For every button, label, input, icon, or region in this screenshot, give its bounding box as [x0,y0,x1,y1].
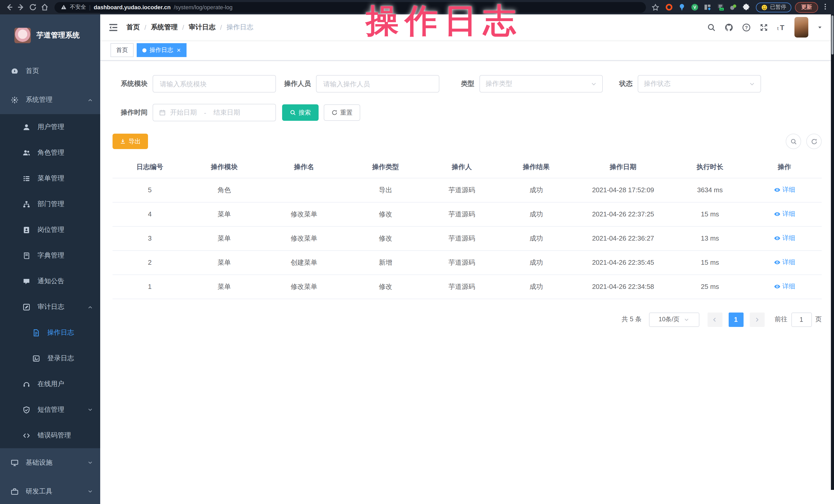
green-v-extension-icon[interactable]: V [690,3,699,11]
grid-extension-icon[interactable] [703,3,711,11]
app-frame: 芋道管理系统 首页系统管理用户管理角色管理菜单管理部门管理岗位管理字典管理通知公… [0,15,834,504]
paused-label: 已暂停 [770,4,786,11]
fullscreen-icon[interactable] [760,23,768,31]
chevron-up-icon [87,304,93,310]
code-icon [23,432,30,439]
back-icon[interactable] [5,3,13,11]
message-icon [23,277,30,285]
home-icon[interactable] [41,3,49,11]
goto-page: 前往 页 [775,312,822,327]
status-label: 状态 [618,79,633,88]
module-input[interactable] [153,75,276,92]
page-content: 系统模块 操作人员 类型 操作类型 状态 [100,61,834,504]
sidebar-item-post-management[interactable]: 岗位管理 [0,217,100,243]
help-icon[interactable]: ? [742,23,751,31]
operate-log-table: 日志编号 操作模块 操作名 操作类型 操作人 操作结果 操作日期 执行时长 操作… [112,156,822,299]
security-warning-icon [61,4,67,10]
update-button[interactable]: 更新 [795,2,818,13]
type-select[interactable]: 操作类型 [479,75,603,92]
breadcrumb-audit-log[interactable]: 审计日志 [189,23,216,32]
reload-icon[interactable] [29,3,37,11]
sidebar-item-login-log[interactable]: 登录日志 [0,346,100,371]
search-button[interactable]: 搜索 [282,104,319,121]
detail-link[interactable]: 详细 [774,234,795,242]
breadcrumb: 首页 / 系统管理 / 审计日志 / 操作日志 [126,23,253,32]
breadcrumb-home[interactable]: 首页 [126,23,140,32]
start-date-placeholder: 开始日期 [170,108,197,117]
table-row: 5角色导出芋道源码成功2021-04-28 17:52:093634 ms详细 [112,178,822,202]
sidebar-item-infrastructure[interactable]: 基础设施 [0,448,100,477]
switch-on-extension-icon[interactable]: on [716,3,724,11]
date-range-picker[interactable]: 开始日期 - 结束日期 [153,104,276,121]
forward-icon[interactable] [17,3,25,11]
next-page-button[interactable] [749,312,764,327]
sidebar-item-system-management[interactable]: 系统管理 [0,85,100,114]
tab-home[interactable]: 首页 [110,43,134,57]
caret-down-icon[interactable] [817,24,823,30]
detail-link[interactable]: 详细 [774,258,795,266]
export-button[interactable]: 导出 [112,134,148,149]
end-date-placeholder: 结束日期 [214,108,240,117]
tags-view: 首页 操作日志 × [100,40,834,61]
green-dot-extension-icon[interactable] [729,3,737,11]
address-bar[interactable]: 不安全 | dashboard.yudao.iocoder.cn /system… [54,2,646,13]
user-avatar[interactable] [794,17,808,38]
chevron-down-icon [684,317,689,322]
navbar-actions: ? tT [707,17,823,38]
scrollbar-thumb[interactable] [831,16,833,54]
svg-text:V: V [693,5,696,9]
sidebar-item-role-management[interactable]: 角色管理 [0,140,100,166]
sidebar-item-dev-tools[interactable]: 研发工具 [0,477,100,504]
chevron-down-icon [749,81,755,87]
orange-ring-extension-icon[interactable] [665,3,673,11]
tab-operate-log[interactable]: 操作日志 × [137,43,186,57]
hamburger-icon[interactable] [108,22,118,32]
sidebar-item-notice[interactable]: 通知公告 [0,268,100,294]
detail-link[interactable]: 详细 [774,185,795,194]
status-select[interactable]: 操作状态 [638,75,761,92]
sidebar-item-online-users[interactable]: 在线用户 [0,371,100,397]
reset-button[interactable]: 重置 [324,104,360,121]
sidebar-item-audit-log[interactable]: 审计日志 [0,294,100,320]
main-area: 首页 / 系统管理 / 审计日志 / 操作日志 ? [100,15,834,504]
sidebar-logo[interactable]: 芋道管理系统 [0,15,100,57]
blue-pin-extension-icon[interactable] [678,3,686,11]
detail-link[interactable]: 详细 [774,210,795,218]
prev-page-button[interactable] [707,312,722,327]
goto-page-input[interactable] [791,312,812,327]
headset-icon [23,380,30,388]
breadcrumb-operate-log: 操作日志 [227,23,253,32]
org-tree-icon [23,200,30,208]
browser-menu-icon[interactable] [822,3,829,11]
table-row: 4菜单修改菜单修改芋道源码成功2021-04-26 22:37:2515 ms详… [112,202,822,226]
module-label: 系统模块 [112,79,148,88]
sidebar-item-dept-management[interactable]: 部门管理 [0,191,100,217]
page-scrollbar[interactable] [831,15,834,489]
sidebar-item-dict-management[interactable]: 字典管理 [0,243,100,268]
search-icon[interactable] [707,23,716,31]
operator-label: 操作人员 [276,79,311,88]
bookmark-star-icon[interactable] [651,3,659,11]
page-number-1[interactable]: 1 [728,312,743,327]
show-search-circle-button[interactable] [786,134,801,149]
github-icon[interactable] [725,23,733,31]
audit-log-icon [23,303,30,311]
dashboard-icon [11,67,19,75]
paused-extension-badge[interactable]: 已暂停 [755,2,791,12]
sidebar-item-operate-log[interactable]: 操作日志 [0,320,100,346]
page-size-select[interactable]: 10条/页 [649,312,699,327]
close-icon[interactable]: × [177,47,181,53]
sidebar-item-home[interactable]: 首页 [0,57,100,85]
sidebar-item-sms-management[interactable]: 短信管理 [0,397,100,422]
time-label: 操作时间 [112,108,148,117]
sidebar-item-menu-management[interactable]: 菜单管理 [0,166,100,191]
detail-link[interactable]: 详细 [774,282,795,291]
sidebar-item-user-management[interactable]: 用户管理 [0,114,100,140]
font-size-icon[interactable]: tT [777,23,786,31]
refresh-circle-button[interactable] [806,134,822,149]
puzzle-extensions-icon[interactable] [742,3,750,11]
operator-input[interactable] [316,75,439,92]
sidebar-item-error-code-management[interactable]: 错误码管理 [0,422,100,448]
breadcrumb-system[interactable]: 系统管理 [151,23,178,32]
table-toolbar: 导出 [112,134,822,149]
